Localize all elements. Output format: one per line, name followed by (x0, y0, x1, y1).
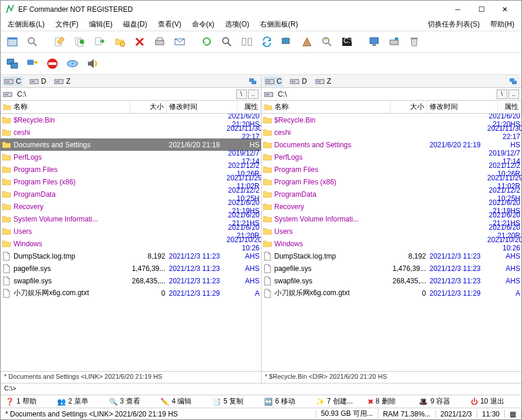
header-attr[interactable]: 属性 (237, 101, 261, 113)
tb-move-icon[interactable] (91, 34, 108, 50)
file-row[interactable]: Program Files (x86)2021/11/29 11:02R (262, 176, 522, 188)
drive-z-button[interactable]: Z (314, 77, 332, 86)
drive-d-button[interactable]: D (289, 77, 308, 86)
tb-sync-icon[interactable] (259, 34, 275, 50)
drive-c-button[interactable]: C (3, 77, 22, 86)
file-row[interactable]: pagefile.sys1,476,39...2021/12/3 11:23AH… (262, 262, 522, 275)
path-root-button[interactable]: \ (236, 90, 247, 99)
header-size[interactable]: 大小 (130, 101, 167, 113)
tb-trash-icon[interactable] (406, 34, 422, 50)
f1-help[interactable]: ❓1 帮助 (3, 396, 54, 406)
header-attr[interactable]: 属性 (498, 101, 521, 113)
file-row[interactable]: DumpStack.log.tmp8,1922021/12/3 11:23AHS (262, 250, 522, 262)
menu-switch-task[interactable]: 切换任务列表(S) (423, 18, 484, 31)
file-row[interactable]: ProgramData2021/12/2 10:25H (1, 188, 261, 200)
menu-edit[interactable]: 编辑(E) (84, 18, 117, 31)
menu-help[interactable]: 帮助(H) (485, 18, 519, 31)
close-button[interactable]: ✕ (493, 1, 517, 18)
drive-d-button[interactable]: D (28, 77, 48, 86)
tb-edit-icon[interactable] (51, 34, 68, 50)
header-name[interactable]: 名称 (1, 101, 130, 113)
f9-container[interactable]: 🎩9 容器 (417, 396, 467, 406)
path-root-button[interactable]: \ (497, 90, 507, 99)
file-row[interactable]: $Recycle.Bin2021/6/20 21:20HS (1, 114, 261, 126)
file-row[interactable]: Windows2021/10/20 10:26 (1, 237, 261, 250)
tb-pyramid-icon[interactable] (299, 34, 315, 50)
tb-print-icon[interactable] (151, 34, 168, 50)
tb-console-icon[interactable]: C:\ (339, 34, 355, 50)
status-tray-icon[interactable]: ▦ (505, 410, 521, 418)
tb-mail-icon[interactable] (171, 34, 188, 50)
file-row[interactable]: ceshi2021/11/30 22:17 (262, 126, 522, 138)
file-row[interactable]: Recovery2021/6/20 21:19HS (262, 200, 522, 213)
tb-panel-icon[interactable] (4, 34, 21, 50)
file-row[interactable]: swapfile.sys268,435,...2021/12/3 11:23AH… (1, 275, 261, 287)
tb2-block-icon[interactable] (44, 55, 61, 72)
tb-newfolder-icon[interactable] (111, 34, 128, 50)
menu-right-panel[interactable]: 右侧面板(R) (255, 18, 303, 31)
menu-view[interactable]: 查看(V) (153, 18, 186, 31)
file-row[interactable]: Program Files2021/12/2 10:26R (262, 163, 522, 176)
tb2-share-icon[interactable] (24, 55, 41, 72)
drive-c-button[interactable]: C (264, 77, 283, 86)
file-row[interactable]: Users2021/6/20 21:20R (1, 225, 261, 237)
file-row[interactable]: $Recycle.Bin2021/6/20 21:20HS (262, 114, 522, 126)
menu-left-panel[interactable]: 左侧面板(L) (3, 18, 49, 31)
f2-menu[interactable]: 👥2 菜单 (55, 396, 105, 406)
f3-view[interactable]: 🔍3 查看 (107, 396, 157, 406)
tb-search-icon[interactable] (24, 34, 41, 50)
file-row[interactable]: Windows2021/10/20 10:26 (262, 237, 522, 250)
path-up-button[interactable]: .. (248, 90, 259, 99)
tb2-network-icon[interactable] (4, 55, 21, 72)
f6-move[interactable]: ↔️6 移动 (262, 396, 312, 406)
tb-network-icon[interactable] (279, 34, 295, 50)
header-date[interactable]: 修改时间 (427, 101, 498, 113)
file-row[interactable]: 小刀娱乐网x6g.com.gtxt02021/12/3 11:29A (262, 287, 522, 299)
header-name[interactable]: 名称 (262, 101, 391, 113)
file-row[interactable]: System Volume Informati...2021/6/20 21:2… (262, 213, 522, 225)
file-row[interactable]: Documents and Settings2021/6/20 21:19HS (1, 138, 261, 151)
tb-find-icon[interactable] (219, 34, 235, 50)
f7-create[interactable]: ✨7 创建... (313, 396, 364, 406)
file-row[interactable]: swapfile.sys268,435,...2021/12/3 11:23AH… (262, 275, 522, 287)
header-size[interactable]: 大小 (391, 101, 427, 113)
minimize-button[interactable]: ─ (446, 1, 470, 18)
menu-file[interactable]: 文件(F) (51, 18, 83, 31)
file-row[interactable]: ceshi2021/11/30 22:17 (1, 126, 261, 138)
file-row[interactable]: Users2021/6/20 21:20R (262, 225, 522, 237)
tb-zoom-person-icon[interactable] (319, 34, 335, 50)
left-file-list[interactable]: $Recycle.Bin2021/6/20 21:20HSceshi2021/1… (1, 114, 261, 371)
right-file-list[interactable]: $Recycle.Bin2021/6/20 21:20HSceshi2021/1… (262, 114, 522, 371)
file-row[interactable]: Program Files2021/12/2 10:26R (1, 163, 261, 176)
command-line[interactable]: C:\> (1, 383, 521, 395)
file-row[interactable]: pagefile.sys1,476,39...2021/12/3 11:23AH… (1, 262, 261, 275)
file-row[interactable]: ProgramData2021/12/2 10:25H (262, 188, 522, 200)
menu-options[interactable]: 选项(O) (220, 18, 254, 31)
network-drive-icon[interactable] (507, 77, 519, 86)
tb-copy-icon[interactable] (71, 34, 88, 50)
file-row[interactable]: DumpStack.log.tmp8,1922021/12/3 11:23AHS (1, 250, 261, 262)
tb-compare-icon[interactable] (239, 34, 255, 50)
menu-cmd[interactable]: 命令(x) (187, 18, 219, 31)
tb-refresh-icon[interactable] (199, 34, 215, 50)
file-row[interactable]: 小刀娱乐网x6g.com.gtxt02021/12/3 11:29A (1, 287, 261, 299)
f4-edit[interactable]: ✏️4 编辑 (158, 396, 209, 406)
file-row[interactable]: PerfLogs2019/12/7 17:14 (1, 151, 261, 163)
network-drive-icon[interactable] (247, 77, 259, 86)
file-row[interactable]: Program Files (x86)2021/11/29 11:02R (1, 176, 261, 188)
menu-disk[interactable]: 磁盘(D) (118, 18, 152, 31)
header-date[interactable]: 修改时间 (167, 101, 237, 113)
tb2-sound-icon[interactable] (84, 55, 101, 72)
file-row[interactable]: PerfLogs2019/12/7 17:14 (262, 151, 522, 163)
file-row[interactable]: System Volume Informati...2021/6/20 21:2… (1, 213, 261, 225)
tb-monitor-icon[interactable] (366, 34, 382, 50)
f8-delete[interactable]: ✖8 删除 (365, 396, 416, 406)
path-up-button[interactable]: .. (508, 90, 519, 99)
file-row[interactable]: Documents and Settings2021/6/20 21:19HS (262, 138, 522, 151)
left-path[interactable]: C:\ (15, 90, 234, 98)
drive-z-button[interactable]: Z (53, 77, 71, 86)
f10-exit[interactable]: ⏻10 退出 (468, 396, 519, 406)
right-path[interactable]: C:\ (276, 90, 495, 98)
maximize-button[interactable]: ☐ (470, 1, 493, 18)
tb-printer2-icon[interactable] (386, 34, 402, 50)
